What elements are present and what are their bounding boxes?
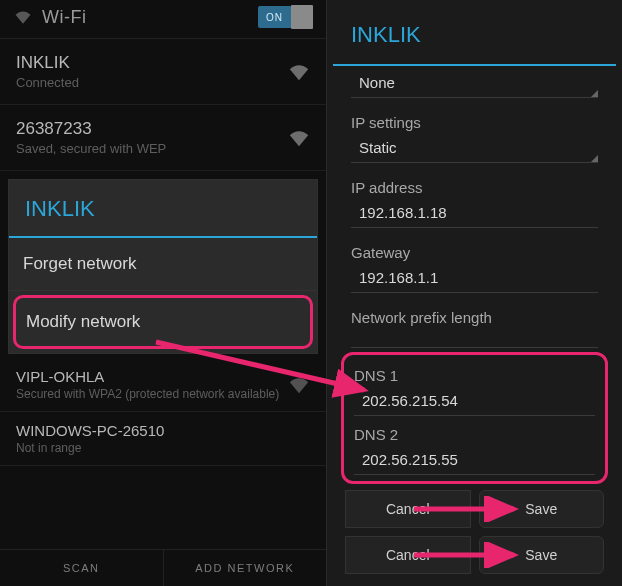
dns1-label: DNS 1 <box>354 357 595 388</box>
network-status: Saved, secured with WEP <box>16 141 288 156</box>
network-name: INKLIK <box>16 53 288 73</box>
dns2-input[interactable]: 202.56.215.55 <box>354 447 595 475</box>
wifi-title: Wi-Fi <box>42 7 258 28</box>
wifi-signal-icon <box>288 63 310 81</box>
wifi-list-panel: Wi-Fi ON INKLIK Connected 26387233 Saved… <box>0 0 327 586</box>
button-row: Cancel Save <box>327 488 622 530</box>
prefix-label: Network prefix length <box>351 299 598 330</box>
forget-network-item[interactable]: Forget network <box>9 238 317 291</box>
network-row[interactable]: WINDOWS-PC-26510 Not in range <box>0 412 326 466</box>
network-dialog: INKLIK Forget network Modify network <box>8 179 318 354</box>
ip-address-label: IP address <box>351 169 598 200</box>
config-title: INKLIK <box>333 8 616 66</box>
network-config-panel: INKLIK None IP settings Static IP addres… <box>327 0 622 586</box>
network-name: WINDOWS-PC-26510 <box>16 422 310 439</box>
wifi-signal-icon <box>288 129 310 147</box>
dns-highlight-box: DNS 1 202.56.215.54 DNS 2 202.56.215.55 <box>341 352 608 484</box>
gateway-label: Gateway <box>351 234 598 265</box>
network-row[interactable]: 26387233 Saved, secured with WEP <box>0 105 326 171</box>
proxy-select[interactable]: None <box>351 70 598 98</box>
cancel-button[interactable]: Cancel <box>345 536 471 574</box>
bottom-bar: SCAN ADD NETWORK <box>0 549 326 586</box>
modify-network-item[interactable]: Modify network <box>13 295 313 349</box>
add-network-button[interactable]: ADD NETWORK <box>163 550 327 586</box>
wifi-signal-icon <box>288 376 310 394</box>
wifi-toggle[interactable]: ON <box>258 6 312 28</box>
button-row: Cancel Save <box>327 534 622 576</box>
dns2-label: DNS 2 <box>354 416 595 447</box>
save-button[interactable]: Save <box>479 490 605 528</box>
network-status: Connected <box>16 75 288 90</box>
cancel-button[interactable]: Cancel <box>345 490 471 528</box>
ip-address-input[interactable]: 192.168.1.18 <box>351 200 598 228</box>
gateway-input[interactable]: 192.168.1.1 <box>351 265 598 293</box>
wifi-icon <box>14 10 32 24</box>
scan-button[interactable]: SCAN <box>0 550 163 586</box>
prefix-input[interactable] <box>351 330 598 348</box>
network-row[interactable]: VIPL-OKHLA Secured with WPA2 (protected … <box>0 358 326 412</box>
wifi-header: Wi-Fi ON <box>0 0 326 39</box>
network-status: Secured with WPA2 (protected network ava… <box>16 387 288 401</box>
ip-settings-select[interactable]: Static <box>351 135 598 163</box>
network-name: 26387233 <box>16 119 288 139</box>
network-row[interactable]: INKLIK Connected <box>0 39 326 105</box>
network-status: Not in range <box>16 441 310 455</box>
save-button[interactable]: Save <box>479 536 605 574</box>
network-name: VIPL-OKHLA <box>16 368 288 385</box>
ip-settings-label: IP settings <box>351 104 598 135</box>
dialog-title: INKLIK <box>9 180 317 238</box>
dns1-input[interactable]: 202.56.215.54 <box>354 388 595 416</box>
